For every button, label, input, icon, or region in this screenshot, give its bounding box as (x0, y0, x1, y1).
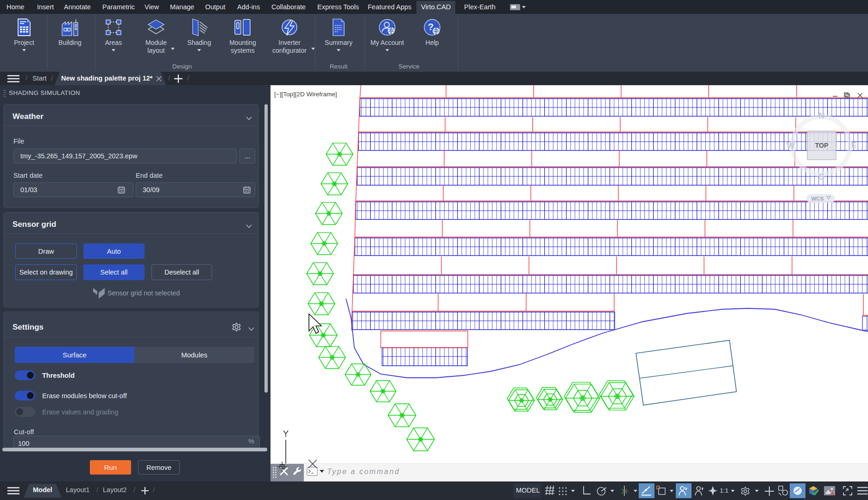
svg-text:E: E (851, 141, 857, 150)
svg-text:W: W (787, 141, 795, 150)
svg-text:N: N (819, 111, 825, 120)
svg-text:WCS: WCS (811, 196, 824, 201)
svg-text:TOP: TOP (815, 142, 829, 149)
svg-text:S: S (819, 172, 824, 181)
